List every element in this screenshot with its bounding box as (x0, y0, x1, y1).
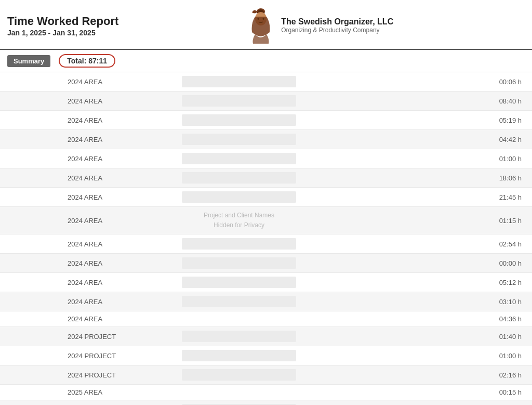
table-row: 2024 AREA05:12 h (0, 273, 532, 292)
middle-cell (140, 72, 338, 92)
table-row: 2024 AREA08:40 h (0, 92, 532, 111)
svg-point-2 (258, 18, 259, 20)
hours-cell: 01:40 h (338, 327, 532, 346)
middle-cell (140, 234, 338, 254)
redacted-block (182, 191, 296, 203)
hours-cell: 00:15 h (338, 385, 532, 400)
redacted-block (182, 134, 296, 145)
total-badge: Total: 87:11 (59, 54, 115, 68)
company-logo-icon (247, 7, 275, 44)
privacy-note: Project and Client NamesHidden for Priva… (145, 211, 332, 230)
hours-cell: 18:06 h (338, 168, 532, 188)
redacted-block (182, 95, 296, 107)
summary-bar: Summary Total: 87:11 (0, 50, 532, 72)
project-cell: 2024 AREA (0, 273, 140, 292)
table-row: 2024 AREA21:45 h (0, 188, 532, 207)
table-row: 2025 PROJECT00:02 h (0, 400, 532, 405)
middle-cell (140, 311, 338, 327)
svg-point-3 (263, 18, 264, 20)
project-cell: 2024 AREA (0, 72, 140, 92)
project-cell: 2024 AREA (0, 188, 140, 207)
hours-cell: 03:10 h (338, 292, 532, 311)
middle-cell (140, 365, 338, 385)
project-cell: 2024 AREA (0, 311, 140, 327)
middle-cell (140, 111, 338, 130)
hours-cell: 21:45 h (338, 188, 532, 207)
company-logo-area: The Swedish Organizer, LLC Organizing & … (247, 7, 393, 44)
hours-cell: 01:00 h (338, 346, 532, 365)
redacted-block (182, 350, 296, 361)
middle-cell (140, 327, 338, 346)
report-header: Time Worked Report Jan 1, 2025 - Jan 31,… (0, 0, 532, 50)
table-row: 2024 AREA01:00 h (0, 149, 532, 168)
company-block: The Swedish Organizer, LLC Organizing & … (118, 7, 522, 44)
table-row: 2024 AREA05:19 h (0, 111, 532, 130)
middle-cell (140, 346, 338, 365)
hours-cell: 04:36 h (338, 311, 532, 327)
project-cell: 2024 AREA (0, 292, 140, 311)
hours-cell: 01:15 h (338, 207, 532, 234)
project-cell: 2025 AREA (0, 385, 140, 400)
project-cell: 2024 AREA (0, 254, 140, 273)
redacted-block (182, 172, 296, 184)
hours-cell: 02:16 h (338, 365, 532, 385)
hours-cell: 05:12 h (338, 273, 532, 292)
hours-cell: 04:42 h (338, 130, 532, 149)
hours-cell: 02:54 h (338, 234, 532, 254)
middle-cell (140, 168, 338, 188)
table-row: 2024 AREA18:06 h (0, 168, 532, 188)
table-row: 2024 AREA03:10 h (0, 292, 532, 311)
project-cell: 2024 PROJECT (0, 365, 140, 385)
report-title-block: Time Worked Report Jan 1, 2025 - Jan 31,… (7, 14, 118, 37)
hours-cell: 00:06 h (338, 72, 532, 92)
redacted-block (182, 369, 296, 381)
project-cell: 2024 AREA (0, 234, 140, 254)
table-row: 2024 AREA04:42 h (0, 130, 532, 149)
table-row: 2025 AREA00:15 h (0, 385, 532, 400)
middle-cell (140, 400, 338, 405)
redacted-block (182, 257, 296, 269)
middle-cell (140, 273, 338, 292)
middle-cell (140, 149, 338, 168)
redacted-block (182, 296, 296, 307)
project-cell: 2024 PROJECT (0, 346, 140, 365)
hours-cell: 01:00 h (338, 149, 532, 168)
report-date-range: Jan 1, 2025 - Jan 31, 2025 (7, 29, 118, 37)
hours-cell: 00:02 h (338, 400, 532, 405)
project-cell: 2024 AREA (0, 111, 140, 130)
middle-cell (140, 385, 338, 400)
table-row: 2024 PROJECT02:16 h (0, 365, 532, 385)
company-info-block: The Swedish Organizer, LLC Organizing & … (281, 17, 393, 34)
hours-cell: 05:19 h (338, 111, 532, 130)
middle-cell (140, 130, 338, 149)
hours-cell: 08:40 h (338, 92, 532, 111)
table-row: 2024 AREA00:06 h (0, 72, 532, 92)
table-row: 2024 AREAProject and Client NamesHidden … (0, 207, 532, 234)
redacted-block (182, 76, 296, 87)
project-cell: 2024 AREA (0, 130, 140, 149)
middle-cell (140, 292, 338, 311)
redacted-block (182, 331, 296, 342)
hours-cell: 00:00 h (338, 254, 532, 273)
company-subtitle: Organizing & Productivity Company (281, 27, 393, 34)
middle-cell (140, 254, 338, 273)
project-cell: 2024 AREA (0, 168, 140, 188)
redacted-block (182, 114, 296, 126)
middle-cell: Project and Client NamesHidden for Priva… (140, 207, 338, 234)
project-cell: 2025 PROJECT (0, 400, 140, 405)
middle-cell (140, 92, 338, 111)
table-row: 2024 AREA02:54 h (0, 234, 532, 254)
table-row: 2024 AREA00:00 h (0, 254, 532, 273)
project-cell: 2024 AREA (0, 92, 140, 111)
redacted-block (182, 238, 296, 250)
redacted-block (182, 153, 296, 164)
project-cell: 2024 AREA (0, 207, 140, 234)
company-name: The Swedish Organizer, LLC (281, 17, 393, 27)
redacted-block (182, 277, 296, 288)
report-title: Time Worked Report (7, 14, 118, 29)
table-row: 2024 AREA04:36 h (0, 311, 532, 327)
table-row: 2024 PROJECT01:00 h (0, 346, 532, 365)
report-table: 2024 AREA00:06 h2024 AREA08:40 h2024 ARE… (0, 72, 532, 405)
project-cell: 2024 AREA (0, 149, 140, 168)
table-row: 2024 PROJECT01:40 h (0, 327, 532, 346)
